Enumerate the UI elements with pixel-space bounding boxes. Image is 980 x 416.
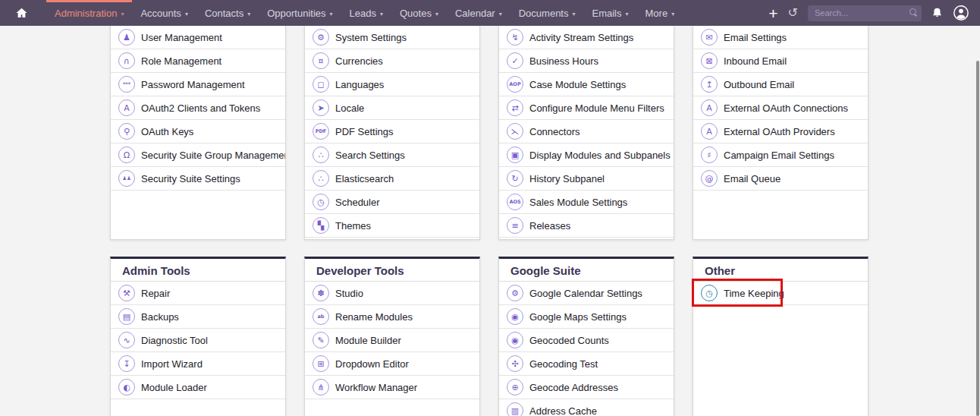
nav-menu-item[interactable]: Accounts ▾ <box>132 0 196 26</box>
admin-link[interactable]: ▚ Themes <box>305 214 479 238</box>
admin-link[interactable]: ∿ Diagnostic Tool <box>111 329 285 352</box>
admin-link[interactable]: ⚙ Google Calendar Settings <box>499 282 674 305</box>
monitor-icon: ▣ <box>507 147 523 163</box>
admin-link[interactable]: @ Email Queue <box>693 167 868 191</box>
key-icon: ⚲ <box>118 123 135 140</box>
admin-link[interactable]: ♯ Campaign Email Settings <box>693 143 868 167</box>
oauth-user-icon: A <box>701 99 718 116</box>
admin-link[interactable]: ↻ History Subpanel <box>499 167 674 191</box>
admin-link[interactable]: ✉ Email Settings <box>693 26 868 49</box>
currency-icon: ¤ <box>313 52 329 69</box>
diagnostic-monitor-icon: ∿ <box>118 332 135 348</box>
nav-menu-item[interactable]: Contacts ▾ <box>196 0 259 26</box>
history-clock-icon: ↻ <box>507 170 523 187</box>
globe-icon: ⊕ <box>507 379 523 396</box>
hard-hat-icon: ∩ <box>118 52 135 69</box>
admin-link[interactable]: ⊞ Dropdown Editor <box>305 352 479 376</box>
nav-menu-item[interactable]: Emails ▾ <box>583 0 636 26</box>
admin-link[interactable]: ♟♟ Security Suite Settings <box>111 167 285 191</box>
nav-menu-item[interactable]: Opportunities ▾ <box>259 0 341 26</box>
chevron-down-icon: ▾ <box>572 11 575 17</box>
nav-menu-item[interactable]: Documents ▾ <box>510 0 584 26</box>
bell-icon <box>931 7 943 19</box>
admin-link[interactable]: ↥ Outbound Email <box>693 73 868 96</box>
admin-link[interactable]: ◷ Time Keeping <box>693 282 868 305</box>
admin-link[interactable]: ⊕ Geocode Addresses <box>499 376 674 399</box>
top-navbar: Administration ▾ Accounts ▾ Contacts ▾ O… <box>0 0 980 26</box>
admin-link[interactable]: ➤ Locale <box>305 96 479 120</box>
admin-link[interactable]: ▥ Address Cache <box>499 399 674 416</box>
admin-link[interactable]: ab Rename Modules <box>305 305 479 329</box>
admin-link[interactable]: ∩ Role Management <box>111 49 285 73</box>
admin-link[interactable]: ◉ Geocoded Counts <box>499 329 674 352</box>
admin-link[interactable]: ⚙ System Settings <box>305 26 479 49</box>
nav-menu-item[interactable]: Leads ▾ <box>341 0 391 26</box>
admin-link[interactable]: ⇄ Configure Module Menu Filters <box>499 96 674 120</box>
recently-viewed-button[interactable]: ↺ <box>788 7 798 19</box>
admin-page-content: ♟ User Management ∩ Role Management *** … <box>0 26 980 416</box>
admin-link[interactable]: ✓ Business Hours <box>499 49 674 73</box>
panel-email: ✉ Email Settings ⊠ Inbound Email ↥ Outbo… <box>693 26 868 240</box>
user-group-icon: ♟♟ <box>118 170 135 187</box>
admin-link[interactable]: ⋔ Workflow Manager <box>305 376 479 399</box>
admin-link[interactable]: Ω Security Suite Group Management <box>111 143 285 167</box>
nav-menu-item[interactable]: Quotes ▾ <box>391 0 447 26</box>
admin-link[interactable]: ◻ Languages <box>305 73 479 96</box>
admin-link[interactable]: ⊠ Inbound Email <box>693 49 868 73</box>
panel-system: ⚙ System Settings ¤ Currencies ◻ Languag… <box>304 26 480 240</box>
user-menu-button[interactable] <box>953 5 969 21</box>
admin-link[interactable]: ✎ Module Builder <box>305 329 479 352</box>
admin-link[interactable]: ⚲ OAuth Keys <box>111 120 285 143</box>
gear-icon: ⚙ <box>507 285 523 301</box>
admin-link[interactable]: ↧ Import Wizard <box>111 352 285 376</box>
chevron-down-icon: ▾ <box>380 11 383 17</box>
admin-link[interactable]: ✣ Geocoding Test <box>499 352 674 376</box>
chevron-down-icon: ▾ <box>671 11 674 17</box>
panel-module-settings: ↯ Activity Stream Settings ✓ Business Ho… <box>498 26 674 240</box>
oauth-user-icon: A <box>118 99 135 116</box>
admin-panels-top: ♟ User Management ∩ Role Management *** … <box>110 26 871 240</box>
admin-link[interactable]: ◷ Scheduler <box>305 191 479 214</box>
search-input[interactable] <box>808 5 922 21</box>
connector-nodes-icon: ⋋ <box>507 123 523 140</box>
ab-icon: ab <box>313 308 329 325</box>
nav-menu-item[interactable]: Administration ▾ <box>46 0 132 26</box>
admin-link[interactable]: A External OAuth Providers <box>693 120 868 143</box>
layer-stack-icon: ≡ <box>507 217 523 234</box>
global-search <box>808 5 922 21</box>
speech-bubble-icon: ◻ <box>313 76 329 93</box>
admin-link[interactable]: ∴ Elasticsearch <box>305 167 479 191</box>
admin-link[interactable]: ◐ Module Loader <box>111 376 285 399</box>
admin-link[interactable]: ∴ Search Settings <box>305 143 479 167</box>
admin-link[interactable]: A External OAuth Connections <box>693 96 868 120</box>
chevron-down-icon: ▾ <box>330 11 333 17</box>
admin-link[interactable]: ◉ Google Maps Settings <box>499 305 674 329</box>
admin-link[interactable]: ¤ Currencies <box>305 49 479 73</box>
panel-developer-tools: Developer Tools ✽ Studio ab Rename Modul… <box>304 257 480 416</box>
admin-link[interactable]: AOP Case Module Settings <box>499 73 674 96</box>
admin-link[interactable]: ↯ Activity Stream Settings <box>499 26 674 49</box>
admin-link[interactable]: ≡ Releases <box>499 214 674 238</box>
section-header-admin-tools: Admin Tools <box>111 259 285 282</box>
admin-link[interactable]: AOS Sales Module Settings <box>499 191 674 214</box>
lightning-icon: ↯ <box>507 29 523 46</box>
home-button[interactable] <box>8 0 36 26</box>
vertical-scrollbar[interactable] <box>976 61 979 416</box>
admin-link[interactable]: ♟ User Management <box>111 26 285 49</box>
admin-link[interactable]: PDF PDF Settings <box>305 120 479 143</box>
admin-link[interactable]: ⚒ Repair <box>111 282 285 305</box>
quick-create-button[interactable]: + <box>768 5 777 21</box>
navigation-arrow-icon: ➤ <box>313 99 329 116</box>
admin-link[interactable]: ✽ Studio <box>305 282 479 305</box>
nav-menu-item[interactable]: More ▾ <box>637 0 683 26</box>
admin-link[interactable]: A OAuth2 Clients and Tokens <box>111 96 285 120</box>
gear-icon: ⚙ <box>313 29 329 46</box>
admin-link[interactable]: *** Password Management <box>111 73 285 96</box>
admin-link[interactable]: ⋋ Connectors <box>499 120 674 143</box>
nav-menu-item[interactable]: Calendar ▾ <box>447 0 510 26</box>
admin-link[interactable]: ▣ Display Modules and Subpanels <box>499 143 674 167</box>
workflow-icon: ⋔ <box>313 379 329 396</box>
admin-link[interactable]: ▤ Backups <box>111 305 285 329</box>
panel-admin-tools: Admin Tools ⚒ Repair ▤ Backups ∿ Diagnos… <box>110 257 286 416</box>
notifications-button[interactable] <box>931 7 943 19</box>
